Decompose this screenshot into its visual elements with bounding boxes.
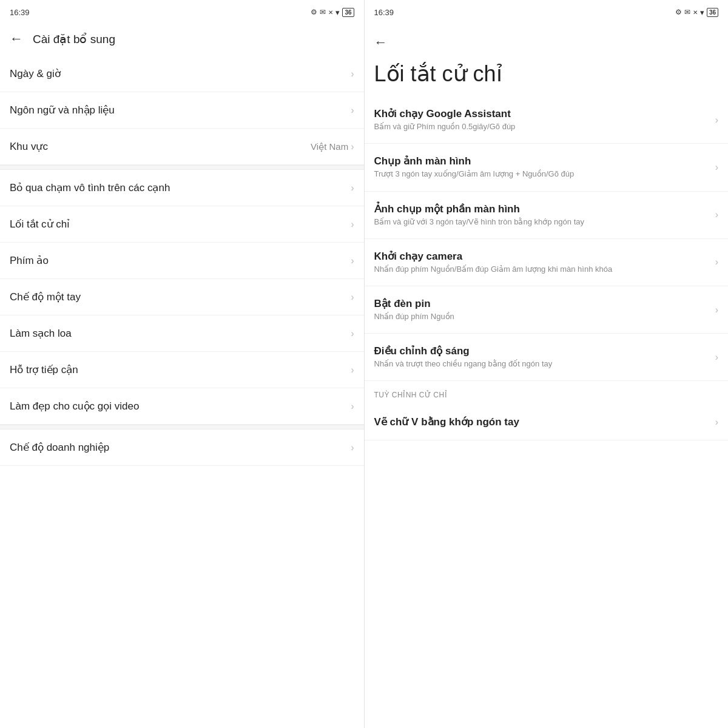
- section-label-tuy-chinh: TUỲ CHỈNH CỬ CHỈ: [365, 381, 729, 404]
- chevron-che-do-mot-tay: ›: [351, 292, 354, 303]
- value-khu-vuc: Việt Nam ›: [311, 141, 354, 152]
- chevron-che-do-doanh-nghiep: ›: [351, 442, 354, 453]
- status-bar-right: 16:39 ⚙ ✉ ✕ ▾ 36: [365, 0, 729, 22]
- chevron-ho-tro-tiep-can: ›: [351, 365, 354, 376]
- menu-item-lam-sach-loa[interactable]: Làm sạch loa ›: [0, 315, 364, 352]
- menu-item-dieu-chinh-do-sang[interactable]: Điều chỉnh độ sáng Nhấn và trượt theo ch…: [365, 334, 729, 381]
- chevron-ve-chu-v: ›: [715, 417, 718, 428]
- menu-item-anh-chup-phan[interactable]: Ảnh chụp một phần màn hình Bấm và giữ vớ…: [365, 192, 729, 239]
- status-icons-left: ⚙ ✉ ✕ ▾ 36: [311, 8, 354, 17]
- menu-item-phim-ao[interactable]: Phím ảo ›: [0, 243, 364, 279]
- battery-left: 36: [342, 8, 354, 17]
- header-title-left: Cài đặt bổ sung: [33, 32, 115, 46]
- menu-item-google-assistant[interactable]: Khởi chạy Google Assistant Bấm và giữ Ph…: [365, 96, 729, 144]
- wifi-icon-right: ▾: [700, 8, 704, 17]
- menu-list-right: Khởi chạy Google Assistant Bấm và giữ Ph…: [365, 96, 729, 728]
- menu-item-che-do-mot-tay[interactable]: Chế độ một tay ›: [0, 279, 364, 315]
- chevron-phim-ao: ›: [351, 255, 354, 266]
- menu-item-che-do-doanh-nghiep[interactable]: Chế độ doanh nghiệp ›: [0, 430, 364, 466]
- menu-item-chup-anh[interactable]: Chụp ảnh màn hình Trượt 3 ngón tay xuống…: [365, 144, 729, 191]
- header-right: ←: [365, 22, 729, 56]
- close-icon-left: ✕: [328, 9, 333, 16]
- chevron-bo-qua-cham: ›: [351, 183, 354, 194]
- time-left: 16:39: [10, 8, 30, 17]
- right-panel: 16:39 ⚙ ✉ ✕ ▾ 36 ← Lối tắt cử chỉ Khởi c…: [365, 0, 729, 728]
- settings-icon-right: ⚙: [675, 8, 682, 16]
- chevron-loi-tat: ›: [351, 219, 354, 230]
- left-panel: 16:39 ⚙ ✉ ✕ ▾ 36 ← Cài đặt bổ sung Ngày …: [0, 0, 365, 728]
- menu-item-khu-vuc[interactable]: Khu vực Việt Nam ›: [0, 129, 364, 165]
- settings-icon-left: ⚙: [311, 8, 317, 16]
- page-title-right: Lối tắt cử chỉ: [365, 56, 729, 96]
- menu-item-bo-qua-cham[interactable]: Bỏ qua chạm vô tình trên các cạnh ›: [0, 170, 364, 206]
- mail-icon-right: ✉: [684, 8, 690, 16]
- chevron-bat-den-pin: ›: [715, 305, 718, 315]
- chevron-dieu-chinh-do-sang: ›: [715, 352, 718, 363]
- divider-2: [0, 425, 364, 430]
- chevron-khoi-chay-camera: ›: [715, 257, 718, 268]
- menu-item-ngay-gio[interactable]: Ngày & giờ ›: [0, 56, 364, 92]
- chevron-lam-sach-loa: ›: [351, 328, 354, 339]
- mail-icon-left: ✉: [320, 8, 326, 16]
- chevron-ngay-gio: ›: [351, 69, 354, 79]
- chevron-anh-chup-phan: ›: [715, 209, 718, 220]
- status-bar-left: 16:39 ⚙ ✉ ✕ ▾ 36: [0, 0, 364, 22]
- chevron-chup-anh: ›: [715, 162, 718, 173]
- menu-item-lam-dep-video[interactable]: Làm đẹp cho cuộc gọi video ›: [0, 388, 364, 425]
- back-button-right[interactable]: ←: [374, 36, 388, 49]
- divider-1: [0, 165, 364, 170]
- back-button-left[interactable]: ←: [10, 32, 23, 46]
- time-right: 16:39: [374, 8, 394, 17]
- status-icons-right: ⚙ ✉ ✕ ▾ 36: [675, 8, 718, 17]
- menu-item-bat-den-pin[interactable]: Bật đèn pin Nhấn đúp phím Nguồn ›: [365, 286, 729, 334]
- chevron-google-assistant: ›: [715, 115, 718, 126]
- menu-list-left: Ngày & giờ › Ngôn ngữ và nhập liệu › Khu…: [0, 56, 364, 728]
- close-icon-right: ✕: [693, 9, 698, 16]
- chevron-ngon-ngu: ›: [351, 105, 354, 116]
- header-left: ← Cài đặt bổ sung: [0, 22, 364, 56]
- menu-item-ho-tro-tiep-can[interactable]: Hỗ trợ tiếp cận ›: [0, 352, 364, 388]
- chevron-lam-dep-video: ›: [351, 401, 354, 412]
- wifi-icon-left: ▾: [335, 8, 340, 17]
- menu-item-khoi-chay-camera[interactable]: Khởi chạy camera Nhấn đúp phím Nguồn/Bấm…: [365, 239, 729, 286]
- menu-item-ngon-ngu[interactable]: Ngôn ngữ và nhập liệu ›: [0, 92, 364, 129]
- battery-right: 36: [707, 8, 718, 17]
- menu-item-ve-chu-v[interactable]: Vẽ chữ V bằng khớp ngón tay ›: [365, 404, 729, 440]
- menu-item-loi-tat-cu-chi[interactable]: Lối tắt cử chỉ ›: [0, 206, 364, 243]
